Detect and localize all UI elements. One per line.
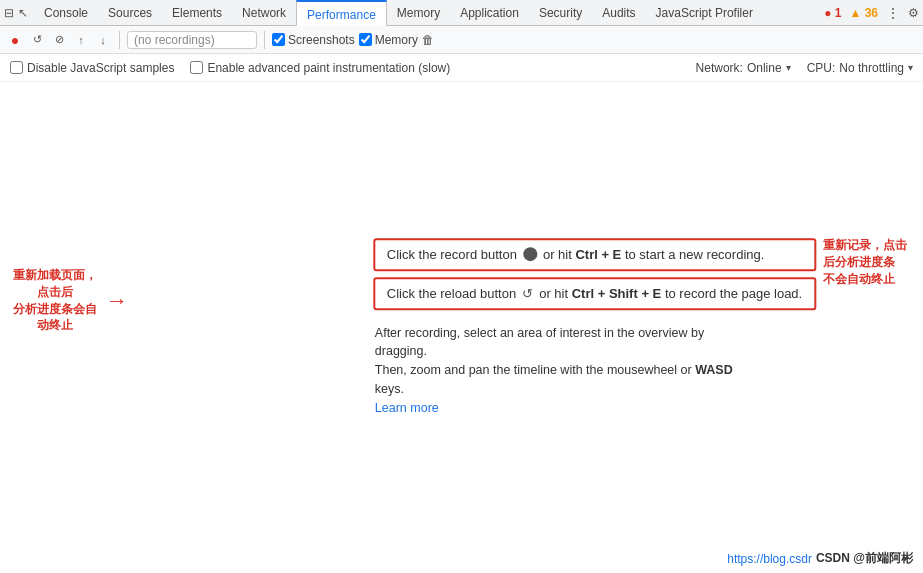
tab-sources[interactable]: Sources bbox=[98, 0, 162, 26]
inspect-icon[interactable]: ↖ bbox=[18, 6, 28, 20]
trash-icon[interactable]: 🗑 bbox=[422, 33, 434, 47]
tab-audits[interactable]: Audits bbox=[592, 0, 645, 26]
options-row: Disable JavaScript samples Enable advanc… bbox=[0, 54, 923, 82]
annotation-right-line2: 不会自动终止 bbox=[823, 271, 913, 288]
tab-network[interactable]: Network bbox=[232, 0, 296, 26]
enable-paint-text: Enable advanced paint instrumentation (s… bbox=[207, 61, 450, 75]
after-line3: keys. bbox=[375, 382, 404, 396]
cpu-label: CPU: bbox=[807, 61, 836, 75]
annotation-left-line2: 分析进度条会自动终止 bbox=[10, 301, 100, 335]
after-line2: Then, zoom and pan the timeline with the… bbox=[375, 363, 692, 377]
watermark-brand: CSDN @前端阿彬 bbox=[816, 550, 913, 567]
after-line1: After recording, select an area of inter… bbox=[375, 326, 704, 359]
network-dropdown-icon[interactable]: ▾ bbox=[786, 62, 791, 73]
reload-key-combo: Ctrl + Shift + E bbox=[572, 286, 662, 301]
error-count[interactable]: ● 1 bbox=[824, 6, 841, 20]
enable-paint-label[interactable]: Enable advanced paint instrumentation (s… bbox=[190, 61, 450, 75]
toolbar: ● ↺ ⊘ ↑ ↓ (no recordings) Screenshots Me… bbox=[0, 26, 923, 54]
more-options-icon[interactable]: ⋮ bbox=[886, 5, 900, 21]
upload-button[interactable]: ↓ bbox=[94, 31, 112, 49]
watermark: https://blog.csdr CSDN @前端阿彬 bbox=[727, 550, 913, 567]
tab-console[interactable]: Console bbox=[34, 0, 98, 26]
record-circle-icon bbox=[523, 247, 537, 261]
center-content: Click the record button or hit Ctrl + E … bbox=[373, 238, 816, 418]
tab-bar: ⊟ ↖ Console Sources Elements Network Per… bbox=[0, 0, 923, 26]
warning-count[interactable]: ▲ 36 bbox=[849, 6, 878, 20]
record-instruction-box: Click the record button or hit Ctrl + E … bbox=[373, 238, 816, 271]
network-select[interactable]: Network: Online ▾ bbox=[696, 61, 791, 75]
screenshots-checkbox[interactable] bbox=[272, 33, 285, 46]
settings-icon[interactable]: ⚙ bbox=[908, 6, 919, 20]
enable-paint-checkbox[interactable] bbox=[190, 61, 203, 74]
annotation-right-line1: 重新记录，点击后分析进度条 bbox=[823, 237, 913, 271]
options-left: Disable JavaScript samples Enable advanc… bbox=[10, 61, 450, 75]
cpu-select[interactable]: CPU: No throttling ▾ bbox=[807, 61, 913, 75]
cpu-dropdown-icon[interactable]: ▾ bbox=[908, 62, 913, 73]
disable-js-samples-checkbox[interactable] bbox=[10, 61, 23, 74]
cpu-value: No throttling bbox=[839, 61, 904, 75]
disable-js-samples-text: Disable JavaScript samples bbox=[27, 61, 174, 75]
disable-js-samples-label[interactable]: Disable JavaScript samples bbox=[10, 61, 174, 75]
tab-bar-right: ● 1 ▲ 36 ⋮ ⚙ bbox=[824, 5, 919, 21]
tab-memory[interactable]: Memory bbox=[387, 0, 450, 26]
reload-shortcut-text: or hit Ctrl + Shift + E to record the pa… bbox=[539, 286, 802, 301]
load-button[interactable]: ↑ bbox=[72, 31, 90, 49]
screenshots-checkbox-label[interactable]: Screenshots bbox=[272, 33, 355, 47]
memory-label: Memory bbox=[375, 33, 418, 47]
watermark-url: https://blog.csdr bbox=[727, 552, 812, 566]
options-right: Network: Online ▾ CPU: No throttling ▾ bbox=[696, 61, 913, 75]
annotation-left-line1: 重新加载页面，点击后 bbox=[10, 267, 100, 301]
separator-2 bbox=[264, 31, 265, 49]
wasd-keys: WASD bbox=[695, 363, 733, 377]
annotation-left-text: 重新加载页面，点击后 分析进度条会自动终止 bbox=[10, 267, 100, 334]
record-instruction-text: Click the record button bbox=[387, 247, 517, 262]
annotation-left-arrow: → bbox=[106, 288, 128, 314]
tab-elements[interactable]: Elements bbox=[162, 0, 232, 26]
annotation-right-text: 重新记录，点击后分析进度条 不会自动终止 bbox=[823, 237, 913, 287]
after-recording-text: After recording, select an area of inter… bbox=[373, 316, 753, 418]
reload-instruction-text: Click the reload button bbox=[387, 286, 516, 301]
reload-circle-icon: ↺ bbox=[522, 286, 533, 301]
record-button[interactable]: ● bbox=[6, 31, 24, 49]
record-key-combo: Ctrl + E bbox=[575, 247, 621, 262]
devtools-icons: ⊟ ↖ bbox=[4, 6, 28, 20]
tab-performance[interactable]: Performance bbox=[296, 0, 387, 26]
record-shortcut-text: or hit Ctrl + E to start a new recording… bbox=[543, 247, 764, 262]
network-label: Network: bbox=[696, 61, 743, 75]
network-value: Online bbox=[747, 61, 782, 75]
tab-js-profiler[interactable]: JavaScript Profiler bbox=[646, 0, 763, 26]
learn-more-link[interactable]: Learn more bbox=[375, 401, 439, 415]
reload-instruction-box: Click the reload button ↺ or hit Ctrl + … bbox=[373, 277, 816, 310]
tab-security[interactable]: Security bbox=[529, 0, 592, 26]
clear-button[interactable]: ⊘ bbox=[50, 31, 68, 49]
memory-checkbox-label[interactable]: Memory bbox=[359, 33, 418, 47]
memory-checkbox[interactable] bbox=[359, 33, 372, 46]
reload-button[interactable]: ↺ bbox=[28, 31, 46, 49]
screenshots-label: Screenshots bbox=[288, 33, 355, 47]
main-content: 重新加载页面，点击后 分析进度条会自动终止 → ← 重新记录，点击后分析进度条 … bbox=[0, 82, 923, 573]
dock-icon[interactable]: ⊟ bbox=[4, 6, 14, 20]
separator-1 bbox=[119, 31, 120, 49]
annotation-left: 重新加载页面，点击后 分析进度条会自动终止 → bbox=[10, 267, 128, 334]
recording-select[interactable]: (no recordings) bbox=[127, 31, 257, 49]
tab-application[interactable]: Application bbox=[450, 0, 529, 26]
